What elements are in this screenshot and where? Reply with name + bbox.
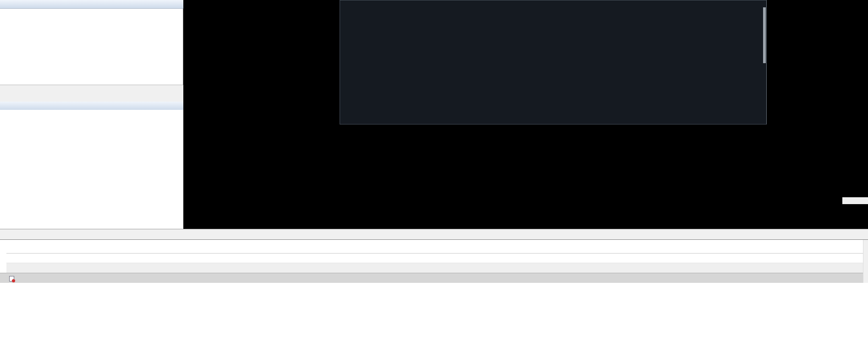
account-summary-bar — [0, 273, 868, 283]
terminal-scrollbar[interactable] — [863, 240, 868, 283]
market-watch-table — [0, 9, 183, 85]
market-watch-titlebar — [0, 0, 183, 9]
mtdriver-panel — [340, 0, 767, 124]
balance-icon — [9, 276, 14, 281]
left-column — [0, 0, 183, 229]
navigator-titlebar — [0, 102, 183, 110]
empty-area — [0, 283, 868, 346]
market-watch-tabs — [0, 85, 183, 102]
navigator-tree — [0, 110, 183, 229]
bottom-tab-strip — [0, 229, 868, 239]
panel-scrollbar[interactable] — [763, 7, 766, 63]
table-row-stripe — [6, 263, 868, 273]
balance-line-chart — [340, 0, 766, 124]
current-price-badge — [842, 197, 868, 204]
terminal-panel — [0, 239, 868, 283]
mt4-window — [0, 0, 868, 346]
